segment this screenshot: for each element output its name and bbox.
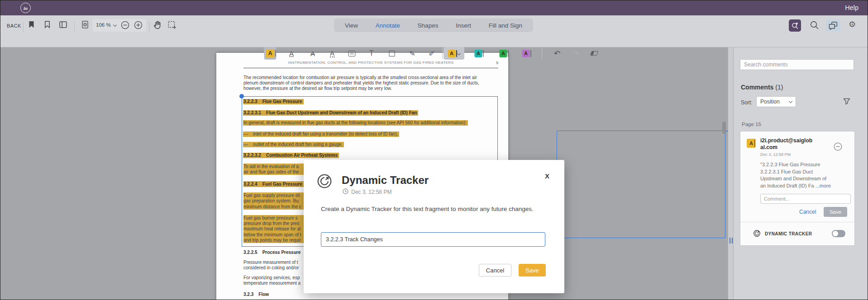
redo-button[interactable]: ↷ <box>570 47 582 60</box>
back-button[interactable]: BACK <box>7 23 21 28</box>
search-icon[interactable] <box>810 20 819 30</box>
free-text-tool[interactable]: T <box>366 47 378 60</box>
help-link[interactable]: Help <box>845 4 858 11</box>
comment-input[interactable]: Comment... <box>760 194 851 204</box>
search-comments-input[interactable]: Search comments <box>740 59 854 70</box>
dynamic-tracker-icon <box>753 230 761 239</box>
highlight-color-yellow[interactable]: A <box>444 47 464 60</box>
modal-date: Dec 3, 12:58 PM <box>351 189 391 195</box>
highlight-color-green[interactable]: A <box>497 47 510 60</box>
side-panel-icon[interactable] <box>59 21 67 28</box>
gutter-handle-bar <box>732 238 733 244</box>
divider <box>23 22 24 32</box>
comment-save-button[interactable]: Save <box>824 207 847 217</box>
divider <box>74 22 75 32</box>
doc-page-number: 9 <box>488 61 498 65</box>
dynamic-tracker-modal: Dynamic Tracker X Dec 3, 12:58 PM Create… <box>304 160 564 293</box>
highlight-annotation-icon: A <box>747 139 756 148</box>
document-scrollbar-thumb[interactable] <box>722 122 726 134</box>
tab-fill-and-sign[interactable]: Fill and Sign <box>489 22 522 29</box>
comments-count: (1) <box>775 84 783 91</box>
tab-view[interactable]: View <box>345 22 358 29</box>
zoom-out-button[interactable] <box>121 21 129 29</box>
comment-quoted-text: "3.2.2.3 Flue Gas Pressure3.2.2.3.1 Flue… <box>760 161 831 189</box>
highlight-text-tool[interactable]: A <box>264 47 277 60</box>
page-group-label: Page 15 <box>742 122 761 127</box>
chevron-down-icon <box>789 99 792 103</box>
dynamic-tracker-label: DYNAMIC TRACKER <box>765 231 812 236</box>
zoom-level[interactable]: 106 % <box>96 22 111 28</box>
panel-resize-gutter[interactable] <box>728 47 734 300</box>
gutter-handle-bar <box>730 238 731 244</box>
modal-save-button[interactable]: Save <box>519 264 546 277</box>
bookmark-filled-icon[interactable] <box>29 21 34 28</box>
highlight-color-teal[interactable]: A <box>472 47 485 60</box>
comment-date: Dec 3, 12:58 PM <box>760 152 791 157</box>
comment-cancel-link[interactable]: Cancel <box>799 209 816 215</box>
filter-icon[interactable] <box>843 98 850 107</box>
tracker-region-outline <box>557 131 725 238</box>
comments-heading: Comments (1) <box>741 84 783 91</box>
comment-author: i2i.product@saiglobal.com <box>760 137 812 151</box>
zoom-in-button[interactable] <box>134 21 143 29</box>
modal-date-row: Dec 3, 12:58 PM <box>343 188 391 196</box>
hand-pan-icon[interactable] <box>153 20 162 29</box>
bookmark-outline-icon[interactable] <box>44 21 50 28</box>
divider <box>542 48 542 59</box>
app-window: in Help BACK 106 % <box>0 0 868 300</box>
rectangle-tool[interactable] <box>386 47 398 60</box>
sort-value: Position <box>760 98 780 105</box>
doc-line: however, the pressure at the desired air… <box>243 85 392 91</box>
close-icon[interactable]: X <box>545 172 549 180</box>
undo-button[interactable]: ↶ <box>551 47 563 60</box>
sort-dropdown[interactable]: Position <box>756 96 796 107</box>
tab-annotate[interactable]: Annotate <box>376 22 400 29</box>
underline-text-tool[interactable]: A <box>286 47 298 60</box>
ribbon-tabs: ViewAnnotateShapesInsertFill and Sign <box>334 19 533 32</box>
modal-description: Create a Dynamic Tracker for this text f… <box>321 204 536 214</box>
tracker-name-input[interactable]: 3.2.2.3 Track Changes <box>321 232 545 247</box>
clock-icon <box>343 188 348 196</box>
marker-tool[interactable]: ✐ <box>426 47 438 60</box>
doc-running-header: INSTRUMENTATION, CONTROL, AND PROTECTIVE… <box>243 61 498 65</box>
modal-cancel-button[interactable]: Cancel <box>479 264 511 277</box>
create-tracker-button[interactable] <box>789 19 801 32</box>
marquee-select-icon[interactable] <box>168 21 176 29</box>
page-settings-icon[interactable] <box>81 21 89 28</box>
more-link[interactable]: ...more <box>814 183 831 188</box>
tab-insert[interactable]: Insert <box>456 22 471 29</box>
pen-tool[interactable]: ✎ <box>406 47 419 60</box>
dynamic-tracker-icon <box>316 173 333 191</box>
doc-header-rule <box>243 68 498 68</box>
comments-sidebar: Search comments Comments (1) Sort: Posit… <box>734 47 868 300</box>
app-logo-icon: in <box>20 3 31 13</box>
eraser-button[interactable] <box>588 47 601 60</box>
note-tool[interactable] <box>346 47 358 60</box>
strikeout-text-tool[interactable]: A <box>307 47 319 60</box>
modal-title: Dynamic Tracker <box>342 174 429 187</box>
title-bar: in Help <box>0 0 868 15</box>
comment-card[interactable]: A i2i.product@saiglobal.com Dec 3, 12:58… <box>740 131 855 246</box>
annotation-selection-handle[interactable] <box>239 94 244 98</box>
squiggly-text-tool[interactable]: A <box>326 47 339 60</box>
settings-gear-icon[interactable]: ⚙ <box>849 19 856 29</box>
sort-label: Sort: <box>741 99 752 106</box>
comments-panel-button[interactable] <box>826 20 840 31</box>
dynamic-tracker-toggle[interactable] <box>832 230 845 237</box>
tab-shapes[interactable]: Shapes <box>418 22 439 29</box>
toolbar: BACK 106 % <box>0 15 868 47</box>
comments-title: Comments <box>741 84 773 91</box>
divider <box>442 48 443 59</box>
resolve-comment-icon[interactable] <box>834 142 842 153</box>
highlight-color-purple[interactable]: A <box>520 47 532 60</box>
card-divider <box>740 222 854 222</box>
divider <box>149 22 150 32</box>
